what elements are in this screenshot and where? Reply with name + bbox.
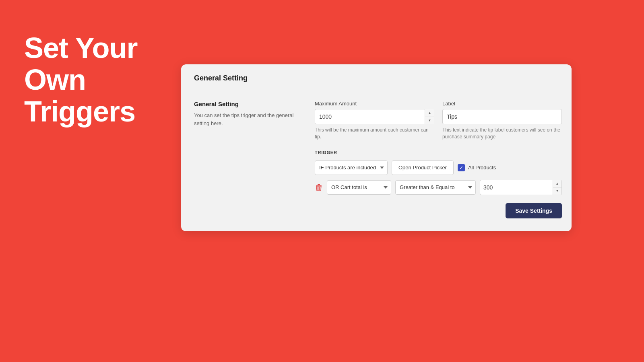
max-amount-label: Maximum Amount (315, 101, 434, 107)
if-products-select[interactable]: IF Products are included (315, 160, 388, 175)
panel-left-desc: You can set the tips trigger and the gen… (194, 111, 299, 127)
all-products-checkbox[interactable]: ✓ (458, 164, 465, 171)
cart-value-spinners: ▲ ▼ (553, 180, 561, 195)
trigger-row-2: OR Cart total is Greater than & Equal to… (315, 180, 562, 195)
cart-value-input[interactable] (480, 180, 553, 195)
max-amount-input[interactable] (315, 109, 434, 124)
max-amount-hint: This will be the maximum amount each cus… (315, 127, 434, 140)
max-amount-input-wrapper: ▲ ▼ (315, 109, 434, 124)
open-product-picker-button[interactable]: Open Product Picker (392, 160, 454, 175)
label-field-hint: This text indicate the tip label custome… (442, 127, 562, 140)
panel-right: Maximum Amount ▲ ▼ This will be the maxi… (315, 101, 562, 218)
save-row: Save Settings (315, 203, 562, 218)
svg-rect-1 (318, 184, 320, 185)
trigger-section: TRIGGER IF Products are included Open Pr… (315, 150, 562, 218)
main-panel: General Setting General Setting You can … (181, 64, 572, 231)
top-fields-row: Maximum Amount ▲ ▼ This will be the maxi… (315, 101, 562, 140)
hero-line3: Triggers (24, 96, 137, 128)
hero-line2: Own (24, 64, 137, 96)
label-field-input-wrapper (442, 109, 562, 124)
or-cart-total-select[interactable]: OR Cart total is (327, 180, 391, 195)
delete-row-icon[interactable] (315, 183, 323, 191)
panel-left: General Setting You can set the tips tri… (194, 101, 299, 218)
cart-value-spin-up[interactable]: ▲ (553, 180, 561, 188)
trigger-section-label: TRIGGER (315, 150, 562, 155)
all-products-label: All Products (468, 165, 496, 171)
cart-value-input-wrapper: ▲ ▼ (480, 180, 562, 195)
label-field-input[interactable] (442, 109, 562, 124)
save-settings-button[interactable]: Save Settings (506, 203, 562, 218)
max-amount-group: Maximum Amount ▲ ▼ This will be the maxi… (315, 101, 434, 140)
max-amount-spin-up[interactable]: ▲ (425, 109, 434, 117)
trigger-row-1: IF Products are included Open Product Pi… (315, 160, 562, 175)
label-field-label: Label (442, 101, 562, 107)
panel-header-title: General Setting (194, 74, 248, 82)
max-amount-spinners: ▲ ▼ (425, 109, 434, 124)
gte-select[interactable]: Greater than & Equal to (395, 180, 476, 195)
hero-text: Set Your Own Triggers (24, 32, 137, 128)
label-field-group: Label This text indicate the tip label c… (442, 101, 562, 140)
panel-left-title: General Setting (194, 101, 299, 107)
max-amount-spin-down[interactable]: ▼ (425, 117, 434, 125)
panel-body: General Setting You can set the tips tri… (181, 89, 572, 231)
checkmark-icon: ✓ (459, 165, 463, 170)
hero-line1: Set Your (24, 32, 137, 64)
cart-value-spin-down[interactable]: ▼ (553, 187, 561, 195)
all-products-checkbox-group: ✓ All Products (458, 164, 496, 171)
panel-header: General Setting (181, 64, 572, 89)
